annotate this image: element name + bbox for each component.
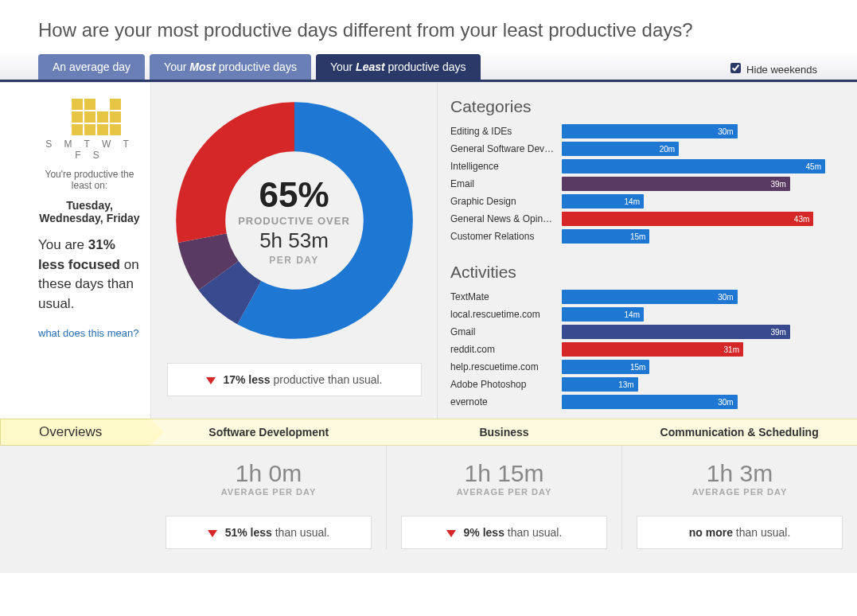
bar-fill: 13m (562, 377, 638, 392)
center-delta: 17% less productive than usual. (167, 363, 422, 396)
sidebar-caption: You're productive the least on: (38, 169, 141, 191)
bar-track: 31m (562, 342, 825, 357)
overview-sub: AVERAGE PER DAY (401, 487, 607, 497)
tab-2[interactable]: Your Least productive days (316, 54, 481, 80)
bar-track: 43m (562, 212, 825, 226)
bar-fill: 39m (562, 177, 790, 191)
bar-label: evernote (450, 396, 562, 407)
bar-track: 39m (562, 177, 825, 191)
tab-1[interactable]: Your Most productive days (150, 54, 311, 80)
main: S M T W T F S You're productive the leas… (0, 82, 857, 419)
bar-fill: 43m (562, 212, 813, 226)
tabs-container: An average dayYour Most productive daysY… (38, 54, 485, 80)
overview-header[interactable]: Communication & Scheduling (621, 419, 857, 445)
bar-row[interactable]: help.rescuetime.com15m (450, 358, 825, 376)
bar-label: help.rescuetime.com (450, 361, 562, 372)
bar-label: Customer Relations (450, 231, 562, 242)
bar-row[interactable]: General News & Opin…43m (450, 210, 825, 228)
bar-label: local.rescuetime.com (450, 309, 562, 320)
overview-cards: 1h 0mAVERAGE PER DAY 51% less than usual… (0, 446, 857, 573)
bar-label: TextMate (450, 291, 562, 302)
bar-row[interactable]: General Software Dev…20m (450, 140, 825, 158)
bar-label: General Software Dev… (450, 143, 562, 154)
overview-sub: AVERAGE PER DAY (637, 487, 843, 497)
bar-label: Editing & IDEs (450, 126, 562, 137)
bar-label: Adobe Photoshop (450, 379, 562, 390)
overview-headers: Software DevelopmentBusinessCommunicatio… (151, 419, 857, 446)
donut-percent: 65% (259, 175, 329, 215)
bar-row[interactable]: Intelligence45m (450, 158, 825, 175)
center-column: 65% PRODUCTIVE OVER 5h 53m PER DAY 17% l… (151, 83, 438, 419)
bar-row[interactable]: Email39m (450, 175, 825, 193)
bar-row[interactable]: reddit.com31m (450, 341, 825, 358)
bar-fill: 45m (562, 159, 825, 173)
activities-title: Activities (450, 263, 825, 282)
bar-track: 13m (562, 377, 825, 392)
bar-label: General News & Opin… (450, 213, 562, 224)
page-title: How are your most productive days differ… (0, 0, 857, 54)
donut-center: 65% PRODUCTIVE OVER 5h 53m PER DAY (171, 97, 418, 344)
bar-track: 14m (562, 307, 825, 322)
bar-row[interactable]: evernote30m (450, 393, 825, 411)
overview-header[interactable]: Software Development (151, 419, 387, 445)
bar-fill: 30m (562, 124, 738, 138)
overview-card: 1h 15mAVERAGE PER DAY 9% less than usual… (387, 446, 622, 549)
bar-fill: 15m (562, 229, 649, 244)
donut-label: PRODUCTIVE OVER (238, 215, 350, 227)
bar-track: 30m (562, 395, 825, 409)
hide-weekends-label: Hide weekends (746, 64, 817, 76)
arrow-down-icon (446, 530, 456, 537)
overviews-row: Overviews Software DevelopmentBusinessCo… (0, 419, 857, 446)
overview-card: 1h 3mAVERAGE PER DAYno more than usual. (622, 446, 857, 549)
bar-label: Graphic Design (450, 196, 562, 207)
tab-0[interactable]: An average day (38, 54, 145, 80)
bar-track: 20m (562, 142, 825, 156)
sidebar-days: Tuesday, Wednesday, Friday (38, 199, 141, 224)
bar-fill: 15m (562, 360, 649, 374)
sidebar-summary: You are 31% less focused on these days t… (38, 236, 141, 314)
overview-time: 1h 3m (637, 460, 843, 487)
bar-track: 30m (562, 290, 825, 304)
bar-fill: 14m (562, 307, 644, 322)
hide-weekends-toggle[interactable]: Hide weekends (727, 60, 817, 76)
bar-fill: 31m (562, 342, 743, 357)
bar-track: 30m (562, 124, 825, 138)
bar-label: Intelligence (450, 161, 562, 172)
donut-chart: 65% PRODUCTIVE OVER 5h 53m PER DAY (171, 97, 418, 344)
bar-row[interactable]: Customer Relations15m (450, 228, 825, 245)
overviews-tab[interactable]: Overviews (0, 419, 151, 446)
overview-card: 1h 0mAVERAGE PER DAY 51% less than usual… (151, 446, 387, 549)
right-column: Categories Editing & IDEs30mGeneral Soft… (438, 83, 857, 419)
bar-fill: 20m (562, 142, 679, 156)
bar-label: Email (450, 178, 562, 189)
bar-row[interactable]: TextMate30m (450, 288, 825, 306)
bar-row[interactable]: local.rescuetime.com14m (450, 306, 825, 323)
overview-time: 1h 0m (166, 460, 372, 487)
bar-track: 15m (562, 360, 825, 374)
bar-track: 45m (562, 159, 825, 173)
mini-calendar (38, 99, 141, 135)
bar-track: 39m (562, 325, 825, 339)
bar-fill: 30m (562, 395, 738, 409)
bar-fill: 30m (562, 290, 738, 304)
bar-row[interactable]: Adobe Photoshop13m (450, 376, 825, 393)
bar-label: Gmail (450, 326, 562, 337)
bar-row[interactable]: Graphic Design14m (450, 193, 825, 210)
overview-delta: no more than usual. (637, 516, 843, 549)
hide-weekends-checkbox[interactable] (730, 63, 741, 73)
categories-group: Categories Editing & IDEs30mGeneral Soft… (450, 97, 825, 245)
overview-delta: 9% less than usual. (401, 516, 607, 549)
bar-track: 15m (562, 229, 825, 244)
overview-sub: AVERAGE PER DAY (166, 487, 372, 497)
activities-group: Activities TextMate30mlocal.rescuetime.c… (450, 263, 825, 411)
day-of-week-row: S M T W T F S (38, 138, 141, 161)
overview-header[interactable]: Business (387, 419, 622, 445)
overview-time: 1h 15m (401, 460, 607, 487)
arrow-down-icon (208, 530, 217, 537)
sidebar: S M T W T F S You're productive the leas… (0, 83, 151, 419)
bar-track: 14m (562, 194, 825, 209)
bar-row[interactable]: Gmail39m (450, 323, 825, 341)
help-link[interactable]: what does this mean? (38, 327, 138, 339)
bar-row[interactable]: Editing & IDEs30m (450, 123, 825, 140)
donut-time: 5h 53m (259, 228, 329, 253)
